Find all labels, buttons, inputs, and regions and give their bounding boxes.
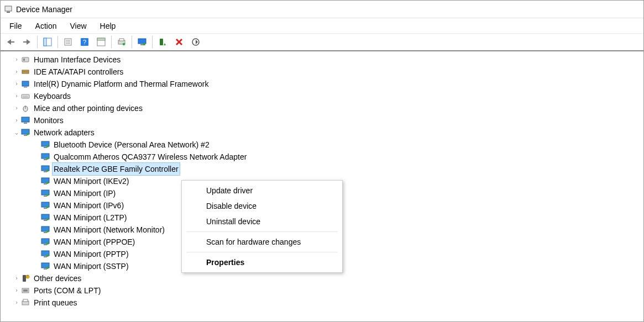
context-update-driver[interactable]: Update driver: [182, 183, 342, 198]
expander-icon[interactable]: ›: [13, 90, 20, 102]
window-title: Device Manager: [16, 5, 72, 14]
expander-icon[interactable]: ›: [13, 78, 20, 90]
svg-rect-69: [44, 244, 47, 245]
tree-node-label: Print queues: [33, 297, 78, 309]
menu-bar: File Action View Help: [1, 18, 643, 34]
help-button[interactable]: ?: [77, 35, 92, 49]
expander-icon[interactable]: ›: [13, 272, 20, 284]
scan-hardware-button[interactable]: [188, 35, 203, 49]
svg-point-61: [46, 206, 49, 208]
enable-device-icon: [158, 38, 167, 46]
svg-point-67: [46, 230, 49, 233]
enable-device-button[interactable]: [155, 35, 170, 49]
svg-rect-54: [44, 183, 47, 184]
tree-node[interactable]: › ? Other devices: [1, 272, 643, 284]
tree-node[interactable]: › Human Interface Devices: [1, 54, 643, 66]
svg-rect-1: [7, 12, 10, 13]
context-disable-device[interactable]: Disable device: [182, 198, 342, 214]
toolbar: ?: [1, 34, 643, 51]
tree-node-label: Human Interface Devices: [33, 54, 122, 66]
tree-node-label: Bluetooth Device (Personal Area Network)…: [53, 139, 211, 151]
toolbar-separator: [37, 36, 38, 48]
svg-marker-2: [7, 39, 11, 45]
properties-button[interactable]: [60, 35, 76, 49]
svg-rect-7: [44, 38, 46, 46]
disable-device-icon: [175, 38, 184, 46]
tree-node-label: Network adapters: [33, 126, 96, 139]
tree-node-label: Qualcomm Atheros QCA9377 Wireless Networ…: [53, 151, 248, 163]
back-arrow-icon: [6, 38, 15, 46]
svg-rect-83: [23, 299, 28, 302]
network-adapter-icon: [40, 225, 50, 235]
svg-point-52: [46, 170, 49, 172]
expander-icon[interactable]: ›: [13, 114, 20, 126]
tree-node-label: WAN Miniport (SSTP): [53, 260, 130, 272]
menu-file[interactable]: File: [3, 19, 29, 33]
context-properties[interactable]: Properties: [182, 255, 342, 270]
ports-icon: [20, 286, 30, 295]
svg-rect-40: [24, 123, 27, 124]
menu-help[interactable]: Help: [93, 19, 123, 33]
context-separator: [186, 231, 338, 232]
update-driver-button[interactable]: [114, 35, 129, 49]
back-button[interactable]: [3, 35, 18, 49]
network-adapter-icon: [40, 213, 50, 223]
properties-icon: [64, 38, 72, 46]
context-scan-hardware[interactable]: Scan for hardware changes: [182, 234, 342, 250]
expander-icon[interactable]: ›: [13, 102, 20, 114]
tree-node[interactable]: ⌄ Network adapters: [1, 126, 643, 139]
forward-arrow-icon: [22, 38, 32, 46]
svg-point-55: [46, 182, 49, 184]
ide-icon: [20, 67, 30, 77]
tree-node[interactable]: › Monitors: [1, 114, 643, 126]
tree-child-node[interactable]: Bluetooth Device (Personal Area Network)…: [1, 139, 643, 151]
tree-child-node[interactable]: Realtek PCIe GBE Family Controller: [1, 163, 643, 175]
tree-node[interactable]: › Print queues: [1, 297, 643, 309]
tree-node-label: WAN Miniport (PPTP): [53, 248, 130, 260]
forward-button[interactable]: [19, 35, 35, 49]
svg-rect-72: [44, 256, 47, 257]
menu-action[interactable]: Action: [29, 19, 64, 33]
network-adapter-icon: [40, 164, 50, 174]
tree-node-label: Ports (COM & LPT): [33, 284, 102, 297]
tree-child-node[interactable]: Qualcomm Atheros QCA9377 Wireless Networ…: [1, 151, 643, 163]
svg-rect-22: [160, 39, 163, 45]
context-uninstall-device[interactable]: Uninstall device: [182, 214, 342, 229]
mouse-icon: [20, 103, 30, 113]
disable-device-button[interactable]: [171, 35, 187, 49]
svg-point-76: [46, 267, 49, 269]
toolbar-separator: [132, 36, 132, 48]
scan-hardware-icon: [191, 38, 200, 46]
svg-marker-27: [196, 40, 198, 44]
toolbar-separator: [57, 36, 58, 48]
svg-rect-48: [44, 159, 47, 160]
context-separator: [186, 252, 338, 252]
tree-node[interactable]: › Keyboards: [1, 90, 643, 102]
svg-point-46: [46, 145, 49, 147]
expander-icon[interactable]: ›: [13, 284, 20, 297]
expander-icon[interactable]: ›: [13, 297, 20, 309]
tree-node[interactable]: › Mice and other pointing devices: [1, 102, 643, 114]
tree-node-label: Intel(R) Dynamic Platform and Thermal Fr…: [33, 78, 210, 90]
show-hide-tree-icon: [43, 38, 52, 46]
tree-node[interactable]: › IDE ATA/ATAPI controllers: [1, 66, 643, 78]
svg-rect-32: [22, 81, 29, 86]
monitor-button[interactable]: [134, 35, 150, 49]
svg-rect-29: [23, 59, 25, 61]
tree-node-label: WAN Miniport (IKEv2): [53, 175, 130, 187]
tree-node[interactable]: › Ports (COM & LPT): [1, 284, 643, 297]
context-menu: Update driver Disable device Uninstall d…: [181, 180, 343, 273]
action-button[interactable]: [93, 35, 109, 49]
svg-rect-57: [44, 196, 47, 197]
tree-node-label: WAN Miniport (Network Monitor): [53, 224, 166, 236]
expander-icon[interactable]: ›: [13, 66, 20, 78]
tree-node[interactable]: › Intel(R) Dynamic Platform and Thermal …: [1, 78, 643, 90]
expander-icon[interactable]: ›: [13, 54, 20, 66]
menu-view[interactable]: View: [63, 19, 93, 33]
network-adapter-icon: [40, 237, 50, 247]
show-hide-console-button[interactable]: [40, 35, 55, 49]
expander-icon[interactable]: ⌄: [13, 126, 20, 139]
network-adapter-icon: [20, 128, 30, 138]
svg-rect-66: [44, 232, 47, 233]
svg-rect-5: [23, 41, 27, 43]
